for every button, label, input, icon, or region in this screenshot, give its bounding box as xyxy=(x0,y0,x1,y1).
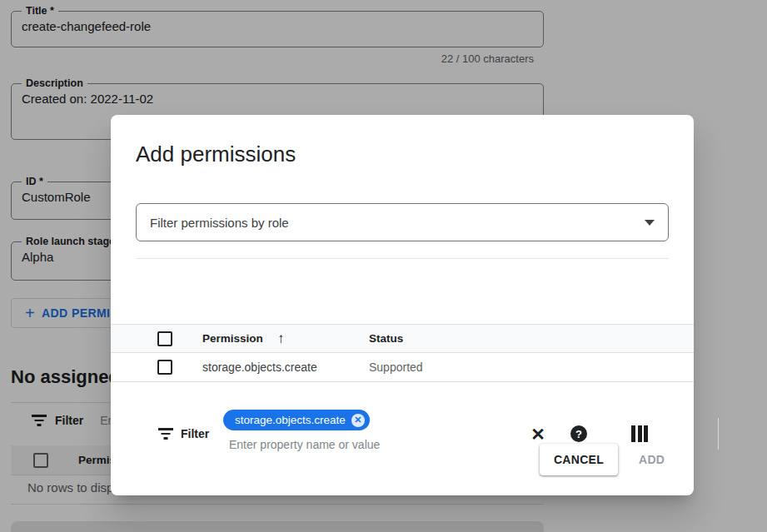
row-status-cell: Supported xyxy=(369,360,423,374)
toolbar-divider xyxy=(718,418,719,450)
filter-icon xyxy=(158,428,173,440)
status-column-header[interactable]: Status xyxy=(369,332,403,345)
close-icon: ✕ xyxy=(530,425,545,443)
permissions-filter-toolbar: Filter storage.objects.create ✕ ✕ ? xyxy=(111,258,694,321)
chip-remove-icon[interactable]: ✕ xyxy=(351,414,365,427)
chevron-down-icon xyxy=(645,220,655,226)
row-permission-cell: storage.objects.create xyxy=(202,360,317,374)
cancel-button[interactable]: CANCEL xyxy=(540,444,618,475)
filter-permissions-by-role-select[interactable]: Filter permissions by role xyxy=(136,203,669,241)
sort-ascending-icon[interactable]: ↑ xyxy=(277,331,285,347)
row-checkbox[interactable] xyxy=(157,360,172,375)
filter-input[interactable] xyxy=(229,438,504,451)
table-row[interactable]: storage.objects.create Supported xyxy=(111,353,694,382)
role-select-label: Filter permissions by role xyxy=(150,216,645,230)
filter-chip-label: storage.objects.create xyxy=(235,414,346,426)
filter-chip-storage-objects-create[interactable]: storage.objects.create ✕ xyxy=(223,410,370,430)
dialog-title: Add permissions xyxy=(136,142,296,167)
page: Title * create-changefeed-role 22 / 100 … xyxy=(0,0,767,532)
select-all-checkbox[interactable] xyxy=(157,331,172,346)
permissions-table-header: Permission ↑ Status xyxy=(111,324,694,353)
help-icon: ? xyxy=(570,425,587,442)
add-permissions-dialog: Add permissions Filter permissions by ro… xyxy=(111,115,694,495)
columns-icon xyxy=(631,425,648,442)
permission-column-header[interactable]: Permission xyxy=(202,332,263,345)
filter-label: Filter xyxy=(181,427,209,440)
add-button[interactable]: ADD xyxy=(639,444,665,475)
permissions-table: Permission ↑ Status storage.objects.crea… xyxy=(111,324,694,382)
